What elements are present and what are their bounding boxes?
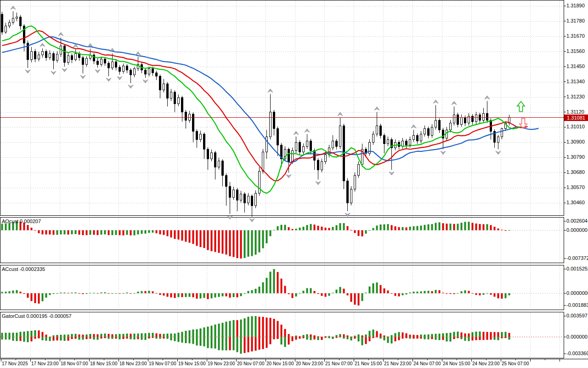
gator-scale-label[interactable]: -0.003360 <box>566 351 588 356</box>
ac-bar <box>93 293 95 293</box>
ao-bar <box>464 222 466 230</box>
price-axis-label[interactable]: 1.30680 <box>566 169 585 175</box>
candle-bear <box>486 114 488 121</box>
ac-bar <box>439 290 441 293</box>
time-axis-label[interactable]: 24 Nov 15:00 <box>443 361 470 366</box>
time-axis-label[interactable]: 18 Nov 07:00 <box>61 361 88 366</box>
ac-bar <box>428 291 430 293</box>
gator-bar <box>413 337 415 339</box>
time-axis-label[interactable]: 17 Nov 23:00 <box>31 361 59 366</box>
ac-scale-label[interactable]: 0.0000000 <box>566 290 588 296</box>
gator-bar <box>332 337 334 339</box>
ac-scale-label[interactable]: 0.0015252 <box>566 266 588 271</box>
time-axis-label[interactable]: 19 Nov 07:00 <box>149 361 176 366</box>
price-axis-label[interactable]: 1.30900 <box>566 139 585 144</box>
time-axis-label[interactable]: 24 Nov 07:00 <box>413 361 441 366</box>
price-axis-label[interactable]: 1.30460 <box>566 200 585 205</box>
time-axis-label[interactable]: 20 Nov 23:00 <box>296 361 323 366</box>
ac-bar <box>137 292 139 293</box>
ao-bar <box>420 225 422 230</box>
price-axis-label[interactable]: 1.30570 <box>566 184 585 190</box>
candle-bear <box>439 121 441 130</box>
ao-scale-label[interactable]: -0.007372 <box>566 255 588 261</box>
candle-bear <box>82 58 84 64</box>
gator-bar <box>12 337 14 341</box>
gator-bar <box>5 333 7 337</box>
time-axis-label[interactable]: 19 Nov 23:00 <box>208 361 235 366</box>
ao-bar <box>292 229 294 230</box>
ao-bar <box>490 225 492 230</box>
price-axis-label[interactable]: 1.31560 <box>566 48 585 54</box>
time-axis-label[interactable]: 18 Nov 23:00 <box>119 361 147 366</box>
ac-bar <box>464 290 466 293</box>
time-axis-label[interactable]: 20 Nov 15:00 <box>266 361 294 366</box>
gator-bar <box>42 332 44 337</box>
time-axis-label[interactable]: 20 Nov 07:00 <box>237 361 265 366</box>
gator-bar <box>450 333 452 337</box>
ao-scale-label[interactable]: 0.000000 <box>566 227 588 233</box>
price-axis-label[interactable]: 1.31340 <box>566 79 585 84</box>
gator-bar <box>446 333 448 337</box>
gator-bar <box>79 337 80 340</box>
ao-scale-label[interactable]: 0.002604 <box>566 218 588 224</box>
gator-bar <box>413 335 415 337</box>
candle-bull <box>200 134 202 139</box>
ac-bar <box>115 293 117 293</box>
candle-bear <box>273 112 275 129</box>
price-axis-label[interactable]: 1.31230 <box>566 94 585 99</box>
time-axis-label[interactable]: 19 Nov 15:00 <box>178 361 206 366</box>
gator-scale-label[interactable]: 0.000000 <box>566 334 588 339</box>
ao-bar <box>90 230 91 235</box>
time-axis-label[interactable]: 21 Nov 07:00 <box>325 361 353 366</box>
price-axis-label[interactable]: 1.31120 <box>566 109 584 115</box>
candle-bull <box>413 135 415 139</box>
ao-bar <box>200 230 202 247</box>
ao-bar <box>317 226 319 230</box>
gator-bar <box>365 334 367 337</box>
ac-bar <box>299 293 301 294</box>
gator-bar <box>486 337 488 340</box>
ao-bar <box>365 230 367 234</box>
ao-bar <box>391 225 393 230</box>
gator-bar <box>442 337 444 340</box>
time-axis-label[interactable]: 18 Nov 15:00 <box>90 361 118 366</box>
time-axis-label[interactable]: 21 Nov 15:00 <box>355 361 382 366</box>
candle-bear <box>1 14 3 32</box>
time-axis-label[interactable]: 17 Nov 2025 <box>2 361 28 366</box>
price-axis-label[interactable]: 1.31890 <box>566 3 585 8</box>
gator-bar <box>163 337 165 339</box>
ac-scale-label[interactable]: -0.0018835 <box>566 302 588 308</box>
price-axis-label[interactable]: 1.31780 <box>566 18 585 23</box>
candle-bull <box>163 84 165 90</box>
time-axis-label[interactable]: 21 Nov 23:00 <box>384 361 412 366</box>
ac-bar <box>255 289 257 293</box>
gator-bar <box>134 337 136 339</box>
gator-bar <box>192 329 194 337</box>
time-axis-label[interactable]: 24 Nov 23:00 <box>472 361 500 366</box>
ao-bar <box>93 230 95 235</box>
candle-bull <box>358 164 360 175</box>
gator-bar <box>233 337 235 351</box>
ac-bar <box>148 291 150 293</box>
gator-bar <box>328 336 330 337</box>
gator-scale-label[interactable]: 0.003597 <box>566 313 588 318</box>
gator-bar <box>159 334 161 337</box>
price-axis-label[interactable]: 1.31450 <box>566 63 585 69</box>
price-axis-label[interactable]: 1.30790 <box>566 154 585 160</box>
price-axis-label[interactable]: 1.31670 <box>566 33 585 39</box>
gator-bar <box>101 334 102 337</box>
gator-bar <box>391 335 393 337</box>
ao-bar <box>501 230 503 230</box>
candle-bull <box>75 53 77 59</box>
gator-bar <box>457 332 459 337</box>
gator-bar <box>255 316 257 337</box>
ao-bar <box>53 230 55 235</box>
ao-bar <box>211 230 213 252</box>
time-axis-label[interactable]: 25 Nov 07:00 <box>502 361 529 366</box>
gator-bar <box>240 337 242 354</box>
price-axis-label[interactable]: 1.31010 <box>566 124 585 129</box>
ao-bar <box>9 223 11 230</box>
gator-bar <box>328 337 330 339</box>
main-panel-frame[interactable] <box>0 0 564 216</box>
chart-canvas[interactable] <box>0 0 588 368</box>
